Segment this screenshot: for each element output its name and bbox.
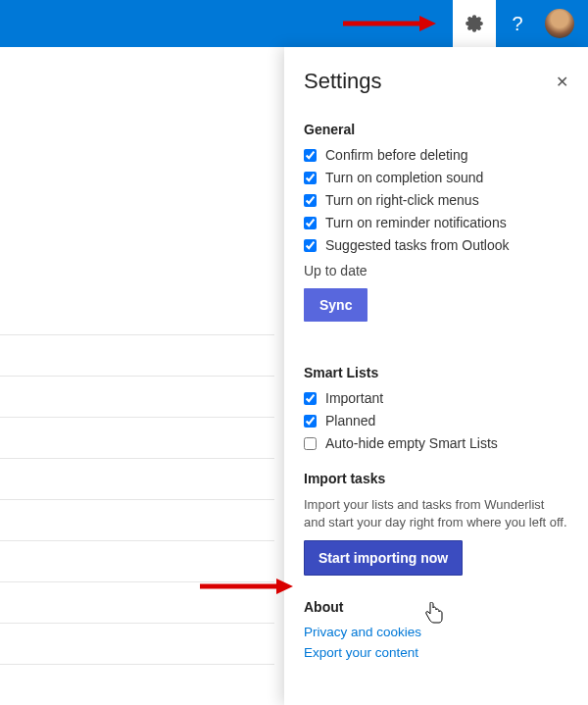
option-right-click-menus[interactable]: Turn on right-click menus — [304, 192, 568, 208]
general-section: General Confirm before deleting Turn on … — [304, 122, 568, 345]
checkbox[interactable] — [304, 172, 317, 184]
option-label: Important — [325, 390, 383, 406]
option-label: Turn on right-click menus — [325, 192, 479, 208]
option-label: Turn on reminder notifications — [325, 215, 507, 230]
option-label: Suggested tasks from Outlook — [325, 237, 510, 253]
gear-icon — [466, 15, 483, 32]
settings-panel: Settings ✕ General Confirm before deleti… — [284, 47, 588, 705]
app-header: ? — [0, 0, 588, 47]
sync-status: Up to date — [304, 263, 568, 278]
checkbox[interactable] — [304, 239, 317, 252]
import-heading: Import tasks — [304, 471, 568, 486]
checkbox[interactable] — [304, 149, 317, 162]
checkbox[interactable] — [304, 392, 317, 405]
option-label: Planned — [325, 413, 375, 428]
close-icon: ✕ — [556, 74, 568, 90]
checkbox[interactable] — [304, 437, 317, 450]
option-reminder-notifications[interactable]: Turn on reminder notifications — [304, 215, 568, 230]
background-list — [0, 47, 274, 705]
option-label: Confirm before deleting — [325, 147, 468, 163]
general-heading: General — [304, 122, 568, 137]
option-completion-sound[interactable]: Turn on completion sound — [304, 170, 568, 185]
option-auto-hide[interactable]: Auto-hide empty Smart Lists — [304, 435, 568, 451]
option-suggested-tasks[interactable]: Suggested tasks from Outlook — [304, 237, 568, 253]
option-label: Auto-hide empty Smart Lists — [325, 435, 498, 451]
option-planned[interactable]: Planned — [304, 413, 568, 428]
help-icon: ? — [512, 13, 522, 35]
checkbox[interactable] — [304, 217, 317, 229]
about-heading: About — [304, 599, 568, 615]
smart-lists-heading: Smart Lists — [304, 365, 568, 380]
option-confirm-delete[interactable]: Confirm before deleting — [304, 147, 568, 163]
option-important[interactable]: Important — [304, 390, 568, 406]
link-privacy[interactable]: Privacy and cookies — [304, 625, 568, 639]
close-button[interactable]: ✕ — [556, 73, 568, 91]
import-section: Import tasks Import your lists and tasks… — [304, 471, 568, 576]
smart-lists-section: Smart Lists Important Planned Auto-hide … — [304, 365, 568, 451]
import-description: Import your lists and tasks from Wunderl… — [304, 496, 568, 530]
settings-button[interactable] — [453, 0, 496, 47]
checkbox[interactable] — [304, 194, 317, 207]
about-section: About Privacy and cookies Export your co… — [304, 599, 568, 660]
panel-title: Settings — [304, 69, 382, 94]
checkbox[interactable] — [304, 415, 317, 428]
help-button[interactable]: ? — [496, 0, 539, 47]
start-importing-button[interactable]: Start importing now — [304, 540, 463, 576]
avatar[interactable] — [545, 9, 574, 38]
option-label: Turn on completion sound — [325, 170, 483, 185]
sync-button[interactable]: Sync — [304, 288, 368, 322]
link-export[interactable]: Export your content — [304, 645, 568, 660]
